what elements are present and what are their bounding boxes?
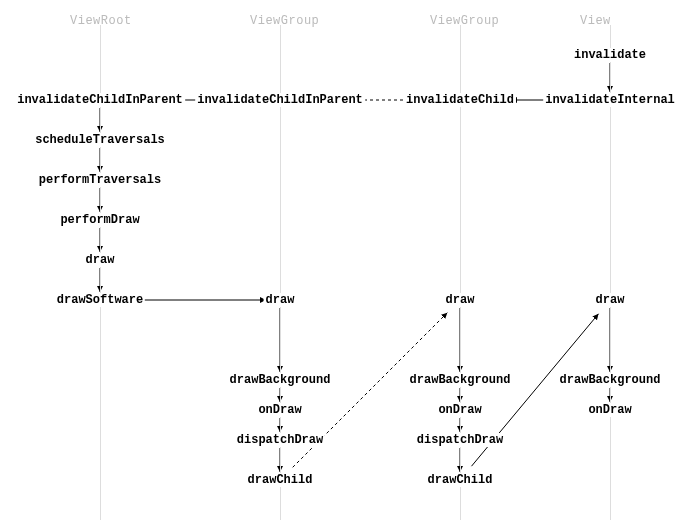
lane-title-vg2: ViewGroup [430,14,499,28]
node-invalidateChildInParent2: invalidateChildInParent [195,93,365,107]
node-invalidateChild: invalidateChild [404,93,516,107]
node-drawChild1: drawChild [246,473,315,487]
node-invalidateChildInParent1: invalidateChildInParent [15,93,185,107]
node-onDrawV: onDraw [586,403,633,417]
node-performDraw: performDraw [58,213,141,227]
node-onDraw2: onDraw [436,403,483,417]
node-drawBackground2: drawBackground [408,373,513,387]
diagram-stage: ViewRootViewGroupViewGroupViewinvalidate… [0,0,700,524]
node-invalidateInternal: invalidateInternal [543,93,677,107]
node-drawBackground1: drawBackground [228,373,333,387]
node-drawVG1: draw [264,293,297,307]
node-invalidate: invalidate [572,48,648,62]
node-drawSoftware: drawSoftware [55,293,145,307]
lane-title-vg1: ViewGroup [250,14,319,28]
lane-title-view: View [580,14,611,28]
node-drawRoot: draw [84,253,117,267]
node-onDraw1: onDraw [256,403,303,417]
node-scheduleTraversals: scheduleTraversals [33,133,167,147]
node-drawChild2: drawChild [426,473,495,487]
lane-title-viewroot: ViewRoot [70,14,132,28]
node-drawBackgroundV: drawBackground [558,373,663,387]
node-dispatchDraw1: dispatchDraw [235,433,325,447]
node-drawVG2: draw [444,293,477,307]
node-dispatchDraw2: dispatchDraw [415,433,505,447]
node-drawView: draw [594,293,627,307]
node-performTraversals: performTraversals [37,173,163,187]
